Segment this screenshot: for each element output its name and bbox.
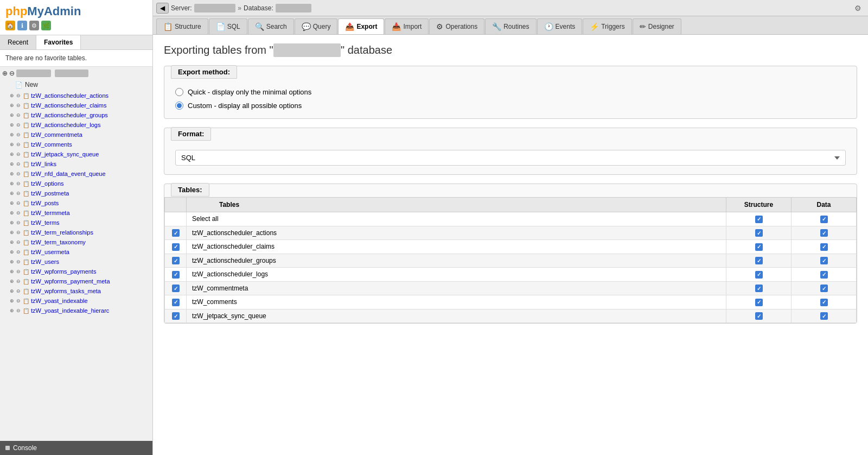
export-custom-option[interactable]: Custom - display all possible options — [175, 102, 846, 110]
nav-tab-query[interactable]: 💬Query — [295, 18, 338, 34]
export-quick-radio[interactable] — [175, 88, 183, 96]
row-data-cb[interactable] — [820, 257, 828, 264]
table-item[interactable]: ⊕⊖📋tzW_commentmeta — [0, 130, 152, 140]
table-item[interactable]: ⊕⊖📋tzW_jetpack_sync_queue — [0, 149, 152, 159]
row-structure-cb-cell[interactable] — [726, 295, 792, 309]
row-checkbox-cell[interactable] — [165, 295, 187, 309]
row-structure-cb-cell[interactable] — [726, 226, 792, 240]
sidebar-tab-favorites[interactable]: Favorites — [36, 35, 81, 49]
nav-tab-import[interactable]: 📥Import — [385, 18, 429, 34]
row-checkbox[interactable] — [172, 243, 180, 251]
table-item[interactable]: ⊕⊖📋tzW_wpforms_payments — [0, 267, 152, 276]
row-checkbox[interactable] — [172, 229, 180, 237]
row-data-cb[interactable] — [820, 271, 828, 279]
row-data-cb[interactable] — [820, 243, 828, 251]
nav-tab-triggers[interactable]: ⚡Triggers — [583, 18, 632, 34]
table-item[interactable]: ⊕⊖📋tzW_postmeta — [0, 188, 152, 198]
row-data-cb-cell[interactable] — [792, 309, 857, 323]
row-data-cb-cell[interactable] — [792, 268, 857, 282]
nav-tab-routines[interactable]: 🔧Routines — [485, 18, 536, 34]
row-data-cb-cell[interactable] — [792, 226, 857, 240]
table-item[interactable]: ⊕⊖📋tzW_users — [0, 257, 152, 267]
export-quick-option[interactable]: Quick - display only the minimal options — [175, 88, 846, 96]
row-structure-cb[interactable] — [755, 299, 763, 306]
row-structure-cb[interactable] — [755, 257, 763, 264]
row-data-cb[interactable] — [820, 312, 828, 320]
nav-tab-events[interactable]: 🕐Events — [537, 18, 583, 34]
home-icon[interactable]: 🏠 — [5, 21, 15, 30]
row-structure-cb[interactable] — [755, 285, 763, 292]
back-button[interactable]: ◀ — [156, 3, 169, 14]
nav-tabs: 📋Structure📄SQL🔍Search💬Query📤Export📥Impor… — [153, 16, 868, 35]
row-checkbox[interactable] — [172, 257, 180, 264]
top-settings-icon[interactable]: ⚙ — [851, 1, 865, 16]
row-checkbox[interactable] — [172, 285, 180, 292]
table-icon: 📋 — [23, 112, 29, 118]
row-data-cb-cell[interactable] — [792, 254, 857, 268]
format-select[interactable]: SQL CSV JSON XML Excel — [175, 150, 846, 166]
row-structure-cb-cell[interactable] — [726, 268, 792, 282]
leaf-icon[interactable]: 🌿 — [41, 21, 51, 30]
row-structure-cb-cell[interactable] — [726, 281, 792, 295]
table-item[interactable]: ⊕⊖📋tzW_wpforms_tasks_meta — [0, 286, 152, 296]
row-structure-cb-cell[interactable] — [726, 309, 792, 323]
nav-tab-search[interactable]: 🔍Search — [248, 18, 294, 34]
select-all-data-cb[interactable] — [820, 216, 828, 223]
row-structure-cb-cell[interactable] — [726, 254, 792, 268]
collapse-icon: ⊖ — [16, 230, 21, 235]
row-checkbox-cell[interactable] — [165, 281, 187, 295]
new-table-item[interactable]: 📄 New — [0, 79, 152, 91]
settings-icon[interactable]: ⚙ — [29, 21, 39, 30]
table-item[interactable]: ⊕⊖📋tzW_yoast_indexable — [0, 296, 152, 306]
table-item[interactable]: ⊕⊖📋tzW_term_taxonomy — [0, 237, 152, 247]
row-checkbox-cell[interactable] — [165, 309, 187, 323]
table-item[interactable]: ⊕⊖📋tzW_links — [0, 159, 152, 169]
nav-tab-operations[interactable]: ⚙Operations — [429, 18, 484, 34]
table-item[interactable]: ⊕⊖📋tzW_term_relationships — [0, 228, 152, 237]
row-data-cb-cell[interactable] — [792, 240, 857, 254]
row-checkbox-cell[interactable] — [165, 240, 187, 254]
row-data-cb-cell[interactable] — [792, 295, 857, 309]
row-checkbox[interactable] — [172, 312, 180, 320]
row-checkbox[interactable] — [172, 271, 180, 279]
db-header[interactable]: ⊕ ⊖ — [0, 68, 152, 79]
nav-tab-export[interactable]: 📤Export — [338, 18, 384, 34]
table-item[interactable]: ⊕⊖📋tzW_actionscheduler_claims — [0, 100, 152, 110]
select-all-row: Select all — [165, 212, 857, 226]
select-all-structure-cb[interactable] — [755, 216, 763, 223]
select-all-structure[interactable] — [726, 212, 792, 226]
export-custom-radio[interactable] — [175, 102, 183, 110]
row-structure-cb[interactable] — [755, 229, 763, 237]
table-item[interactable]: ⊕⊖📋tzW_actionscheduler_logs — [0, 120, 152, 130]
table-item[interactable]: ⊕⊖📋tzW_options — [0, 179, 152, 188]
row-data-cb[interactable] — [820, 299, 828, 306]
row-data-cb-cell[interactable] — [792, 281, 857, 295]
row-structure-cb[interactable] — [755, 243, 763, 251]
row-checkbox-cell[interactable] — [165, 254, 187, 268]
nav-tab-designer[interactable]: ✏Designer — [633, 18, 681, 34]
table-item[interactable]: ⊕⊖📋tzW_actionscheduler_actions — [0, 91, 152, 100]
row-structure-cb[interactable] — [755, 312, 763, 320]
table-item[interactable]: ⊕⊖📋tzW_posts — [0, 198, 152, 208]
table-item[interactable]: ⊕⊖📋tzW_terms — [0, 218, 152, 228]
nav-tab-sql[interactable]: 📄SQL — [209, 18, 247, 34]
row-structure-cb[interactable] — [755, 271, 763, 279]
table-item[interactable]: ⊕⊖📋tzW_nfd_data_event_queue — [0, 169, 152, 179]
table-item[interactable]: ⊕⊖📋tzW_usermeta — [0, 247, 152, 257]
row-data-cb[interactable] — [820, 285, 828, 292]
nav-tab-structure[interactable]: 📋Structure — [156, 18, 208, 34]
row-checkbox-cell[interactable] — [165, 268, 187, 282]
row-structure-cb-cell[interactable] — [726, 240, 792, 254]
row-checkbox[interactable] — [172, 299, 180, 306]
row-data-cb[interactable] — [820, 229, 828, 237]
info-icon[interactable]: ℹ — [17, 21, 27, 30]
row-checkbox-cell[interactable] — [165, 226, 187, 240]
sidebar-tab-recent[interactable]: Recent — [0, 35, 36, 49]
table-item[interactable]: ⊕⊖📋tzW_yoast_indexable_hierarc — [0, 306, 152, 315]
table-item[interactable]: ⊕⊖📋tzW_termmeta — [0, 208, 152, 218]
table-item[interactable]: ⊕⊖📋tzW_wpforms_payment_meta — [0, 276, 152, 286]
table-item[interactable]: ⊕⊖📋tzW_actionscheduler_groups — [0, 110, 152, 120]
console-bar[interactable]: Console — [0, 441, 152, 455]
select-all-data[interactable] — [792, 212, 857, 226]
table-item[interactable]: ⊕⊖📋tzW_comments — [0, 140, 152, 149]
